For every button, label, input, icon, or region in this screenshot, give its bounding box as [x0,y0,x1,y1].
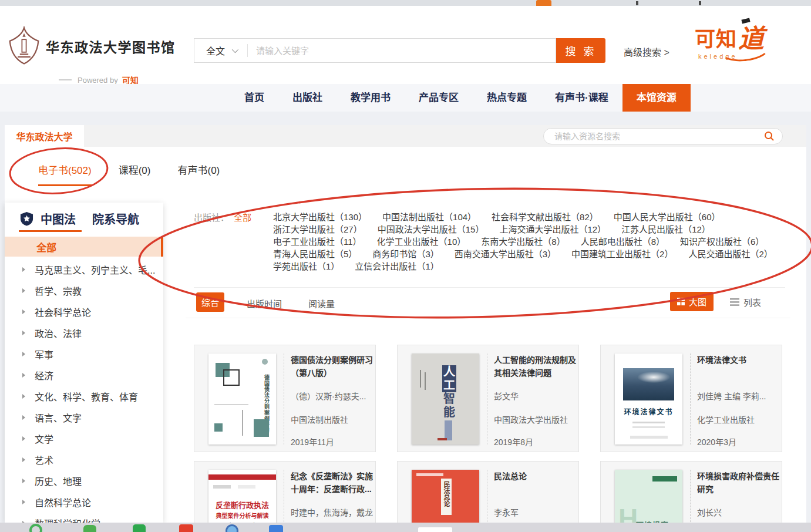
tab-courses[interactable]: 课程(0) [119,162,151,186]
search-scope-select[interactable]: 全文 [194,43,237,58]
nav-item-home[interactable]: 首页 [230,84,278,112]
browser-dot-icon [699,1,701,5]
caret-right-icon [22,352,25,356]
taskbar-app-icon[interactable] [133,524,146,532]
caret-right-icon [22,500,25,504]
keledge-logo: 可知 道 keledge [695,22,783,70]
search-icon[interactable] [764,131,775,142]
sidebar-category[interactable]: 马克思主义、列宁主义、毛... [5,259,163,280]
book-card[interactable]: H 环境损害 政府补偿责任研究 环境损害政府补偿责任研究 刘长兴 [600,461,782,532]
sidebar-tab-departments[interactable]: 院系导航 [92,210,139,227]
dash-decoration [59,79,72,80]
book-author: 李永军 [494,506,519,518]
publisher-filter-all[interactable]: 全部 [234,211,251,223]
book-date: 2020年3月 [697,436,736,447]
book-card[interactable]: 环境法律文书 环境法律文书 刘佳娉 主编 李莉... 化学工业出版社 2020年… [600,345,782,452]
sidebar-category[interactable]: 数理科学和化学 [5,513,163,523]
publisher-filter-item[interactable]: 浙江大学出版社（27） [273,223,362,235]
taskbar-app-icon[interactable] [179,524,193,532]
view-list-button[interactable]: 列表 [730,296,761,308]
cover-photo [623,368,674,400]
publisher-filter-item[interactable]: 人民邮电出版社（8） [581,235,665,248]
book-card[interactable]: 反垄断行政执法 典型案件分析与解读 （2008-2018） 纪念《反垄断法》实施… [194,461,376,532]
tab-audiobooks[interactable]: 有声书(0) [177,162,220,186]
resource-search-input[interactable] [544,132,764,141]
sidebar-category-label: 艺术 [35,453,53,467]
taskbar-window-button[interactable] [418,527,452,532]
view-large-button[interactable]: 大图 [670,292,714,311]
nav-item-library-resources[interactable]: 本馆资源 [622,84,691,112]
sidebar-category[interactable]: 文学 [5,428,163,449]
sidebar-category[interactable]: 哲学、宗教 [5,280,163,301]
taskbar-app-icon[interactable] [269,525,283,532]
nav-item-teaching-books[interactable]: 教学用书 [336,84,405,112]
publisher-filter-item[interactable]: 西南交通大学出版社（3） [455,248,556,260]
sidebar-category-label: 经济 [35,368,53,382]
sidebar-category[interactable]: 社会科学总论 [5,301,163,322]
tab-ebooks[interactable]: 电子书(502) [38,162,92,186]
advanced-search-link[interactable]: 高级搜索 > [624,45,669,59]
publisher-filter-item[interactable]: 江苏人民出版社（12） [621,223,711,235]
taskbar-app-icon[interactable] [83,525,96,532]
org-tab[interactable]: 华东政法大学 [5,125,84,147]
sidebar-category-label: 历史、地理 [35,474,82,488]
publisher-filter-item[interactable]: 中国法制出版社（104） [382,211,476,223]
book-author: 彭文华 [494,390,519,402]
browser-tab-fragment-icon [536,0,551,6]
publisher-filter-item[interactable]: 知识产权出版社（6） [680,235,764,248]
publisher-filter-item[interactable]: 中国建筑工业出版社（2） [571,248,673,260]
publisher-filter-item[interactable]: 上海交通大学出版社（12） [499,223,606,235]
nav-item-hot-topics[interactable]: 热点专题 [473,84,541,112]
publisher-filter-item[interactable]: 电子工业出版社（11） [273,235,362,248]
book-title: 民法总论 [494,470,577,483]
grid-view-icon [677,298,685,305]
caret-right-icon [22,331,25,335]
divider [284,353,284,445]
sidebar-category[interactable]: 语言、文字 [5,407,163,428]
sidebar-active-underline [19,230,82,232]
book-card[interactable]: 人工 智能 人工智能的刑法规制及其相关法律问题 彭文华 中国政法大学出版社 20… [397,345,579,452]
sidebar-category[interactable]: 经济 [5,365,163,386]
publisher-filter-item[interactable]: 东南大学出版社（8） [481,235,565,248]
publisher-filter-item[interactable]: 中国政法大学出版社（15） [378,223,484,235]
publisher-filter-item[interactable]: 社会科学文献出版社（82） [492,211,598,223]
publisher-filter-item[interactable]: 学苑出版社（1） [273,260,339,272]
sidebar-tab-clc[interactable]: 中图法 [41,210,76,227]
book-author: 时建中，焦海涛，戴龙 [291,506,373,518]
screen: 华东政法大学图书馆 Powered by 可知 全文 搜 索 高级搜索 > 可知 [0,0,811,532]
search-button[interactable]: 搜 索 [556,38,605,63]
search-input[interactable] [256,46,556,56]
sidebar-category[interactable]: 自然科学总论 [5,491,163,513]
publisher-filter-item[interactable]: 人民交通出版社（2） [688,248,772,260]
nav-item-audiobooks-courses[interactable]: 有声书·课程 [541,84,622,112]
publisher-filter-item[interactable]: 商务印书馆（3） [372,248,439,260]
publisher-filter-label: 出版社： [194,211,229,223]
book-card[interactable]: 德国债法分则案例研习 德国债法分则案例研习（第八版） （德）汉斯·约瑟夫... … [194,345,376,452]
sort-read-count[interactable]: 阅读量 [308,297,335,309]
taskbar-app-icon[interactable] [29,524,42,532]
caret-right-icon [22,479,25,483]
site-header: 华东政法大学图书馆 Powered by 可知 全文 搜 索 高级搜索 > 可知 [0,6,811,84]
sidebar-category[interactable]: 历史、地理 [5,470,163,491]
mortarboard-icon [741,18,750,23]
publisher-filter-item[interactable]: 化学工业出版社（10） [377,235,466,248]
nav-item-product-zone[interactable]: 产品专区 [405,84,473,112]
os-taskbar [0,523,811,532]
publisher-filter-item[interactable]: 北京大学出版社（130） [273,211,367,223]
book-card[interactable]: 民法总论 民法总论 李永军 [397,461,579,532]
publisher-filter-item[interactable]: 青海人民出版社（5） [273,248,357,260]
sidebar-category-all[interactable]: 全部 [5,237,163,257]
sidebar-category[interactable]: 艺术 [5,449,163,470]
publisher-filter-item[interactable]: 中国人民大学出版社（60） [614,211,721,223]
book-title: 环境损害政府补偿责任研究 [697,470,780,496]
sort-comprehensive-button[interactable]: 综合 [196,292,224,312]
nav-item-publishers[interactable]: 出版社 [278,84,336,112]
sidebar-category[interactable]: 政治、法律 [5,322,163,344]
taskbar-app-icon[interactable] [226,524,238,532]
publisher-filter-item[interactable]: 立信会计出版社（1） [355,260,439,272]
sidebar-category[interactable]: 文化、科学、教育、体育 [5,386,163,407]
category-sidebar: 中图法 院系导航 全部 马克思主义、列宁主义、毛... 哲学、宗教 社会科学总论 [5,203,163,523]
sort-publish-date[interactable]: 出版时间 [247,297,282,309]
book-cover: 德国债法分则案例研习 [208,353,276,445]
sidebar-category[interactable]: 军事 [5,344,163,365]
